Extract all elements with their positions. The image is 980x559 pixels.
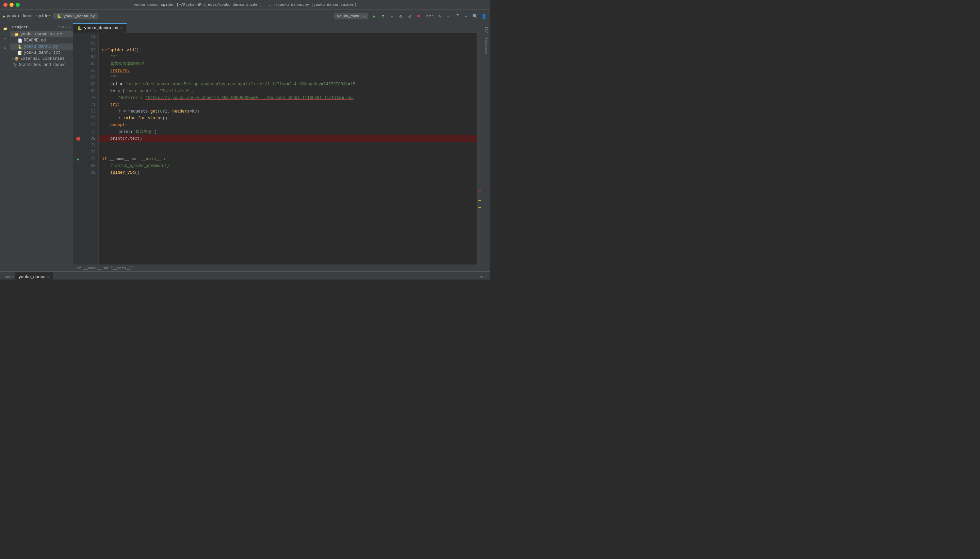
git-edit-icon[interactable]: ✎ (436, 13, 443, 20)
minimize-button[interactable] (10, 3, 13, 7)
git-undo-icon[interactable]: ↶ (463, 13, 469, 20)
ln-71: 71 (83, 101, 96, 108)
run-label: Run: (3, 275, 13, 279)
scrollbar-markers[interactable] (477, 33, 482, 265)
scv-panel-icon[interactable]: SCV (484, 25, 488, 35)
database-panel-icon[interactable]: Database (484, 35, 488, 56)
sidebar-header: Project − ⚙ ⊞ ✕ (10, 23, 73, 31)
sidebar-item-scratches[interactable]: 📎 Scratches and Conso (10, 62, 73, 68)
git-label: Git: (425, 14, 433, 18)
titlebar: youku_danmu_spider [~/PycharmProjects/yo… (0, 0, 490, 10)
code-73: r.raise_for_status() (102, 115, 167, 122)
code-line-63: def spider_vid(): (99, 47, 477, 54)
breadcrumb-filename: youku_danmu.py (63, 14, 95, 18)
breakpoint-76[interactable] (76, 137, 80, 141)
tab-youku-danmu-py[interactable]: 🐍 youku_danmu.py ✕ (73, 23, 127, 33)
gutter-81 (73, 169, 83, 176)
main-layout: 📁 ★ ≡ Project − ⚙ ⊞ ✕ ▾ 📂 youku_danmu_sp… (0, 23, 490, 271)
run-tab-youku-danmu[interactable]: youku_danmu ✕ (15, 272, 53, 280)
sidebar-header-icons: − ⚙ ⊞ ✕ (58, 25, 71, 30)
reload-button[interactable]: ↺ (406, 13, 413, 20)
code-line-77 (99, 142, 477, 149)
sidebar-py-label: youku_danmu.py (24, 44, 58, 49)
code-line-74: except: (99, 122, 477, 129)
sidebar-readme-label: README.md (24, 38, 46, 43)
docstring-close: """ (102, 74, 118, 81)
gutter-75 (73, 129, 83, 135)
breadcrumb-file[interactable]: 🐍 youku_danmu.py (53, 13, 98, 19)
sidebar-layout-icon[interactable]: ⊞ (65, 25, 67, 30)
stop-button[interactable]: ■ (415, 13, 422, 20)
code-line-81: spider_vid() (99, 169, 477, 176)
bottom-panel: Run: youku_danmu ✕ ⚙ − ▶ ■ ↓ 📌 ↩ 🗑 /usr/… (0, 271, 490, 280)
profile-button[interactable]: ◎ (398, 13, 404, 20)
sidebar-minimize-icon[interactable]: − (58, 25, 60, 30)
ln-81: 81 (83, 169, 96, 176)
traffic-lights (3, 3, 20, 7)
close-button[interactable] (3, 3, 7, 7)
run-tab-close-icon[interactable]: ✕ (47, 275, 49, 279)
build-button[interactable]: ⚙ (380, 13, 386, 20)
git-clock-icon[interactable]: ⏱ (454, 13, 461, 20)
run-minimize-icon[interactable]: − (485, 275, 487, 280)
tab-label: youku_danmu.py (84, 26, 118, 31)
paren: (): (134, 47, 141, 54)
code-line-61 (99, 33, 477, 40)
maximize-button[interactable] (16, 3, 20, 7)
gutter: ▶ (73, 33, 83, 265)
code-81: spider_vid() (102, 169, 139, 176)
gutter-67 (73, 74, 83, 81)
code-editor[interactable]: ▶ 61 62 63 64 65 66 67 68 69 70 71 72 73 (73, 33, 482, 265)
project-selector[interactable]: ▶ youku_danmu_spider (3, 13, 51, 19)
code-line-73: r.raise_for_status() (99, 115, 477, 122)
gutter-76 (73, 135, 83, 142)
code-line-76: print(r.text) (99, 135, 477, 142)
run-tab-label: youku_danmu (18, 275, 45, 280)
code-line-65: 爬取所有集数的id (99, 61, 477, 67)
ln-77: 77 (83, 142, 96, 149)
ln-66: 66 (83, 67, 96, 74)
project-icon[interactable]: 📁 (1, 25, 10, 33)
docstring-text-65: 爬取所有集数的id (102, 61, 144, 67)
favorites-icon[interactable]: ★ (1, 34, 10, 43)
code-content[interactable]: def spider_vid(): """ 爬取所有集数的id :return:… (99, 33, 477, 265)
ln-75: 75 (83, 129, 96, 135)
breadcrumb: if __name__ == '__main__' (73, 265, 482, 271)
code-line-67: """ (99, 74, 477, 81)
ln-67: 67 (83, 74, 96, 81)
ln-68: 68 (83, 81, 96, 88)
user-icon[interactable]: 👤 (481, 13, 487, 20)
code-68: url = 'https://acs.youku.com/h5/mtop.you… (102, 81, 358, 88)
tab-close-icon[interactable]: ✕ (121, 26, 123, 30)
gutter-80 (73, 162, 83, 169)
gutter-70 (73, 94, 83, 101)
sidebar-txt-label: youku_danmu.txt (24, 50, 61, 55)
run-config-selector[interactable]: youku_danmu ▾ (334, 13, 368, 19)
git-check-icon[interactable]: ✓ (445, 13, 452, 20)
warning-marker (478, 200, 481, 201)
code-line-62 (99, 40, 477, 47)
code-74: except: (102, 122, 127, 129)
run-button[interactable]: ▶ (371, 13, 378, 20)
sidebar-root-label: youku_danmu_spide (20, 32, 62, 37)
search-icon[interactable]: 🔍 (472, 13, 478, 20)
sidebar-item-root[interactable]: ▾ 📂 youku_danmu_spide (10, 31, 73, 37)
toolbar-run-buttons: ▶ ⚙ ☂ ◎ ↺ ■ (371, 13, 422, 20)
code-79: if __name__ == '__main__': (102, 156, 166, 162)
coverage-button[interactable]: ☂ (389, 13, 395, 20)
sidebar-item-readme[interactable]: 📄 README.md (10, 37, 73, 43)
run-config-name: youku_danmu (337, 14, 362, 18)
gutter-61 (73, 33, 83, 40)
run-settings-icon[interactable]: ⚙ (481, 275, 483, 280)
sidebar-item-ext-libs[interactable]: ▸ 📦 External Libraries (10, 56, 73, 62)
gutter-71 (73, 101, 83, 108)
code-line-70: 'Referer': 'https://v.youku.com/v_show/i… (99, 94, 477, 101)
run-panel-tabs: Run: youku_danmu ✕ ⚙ − (0, 272, 490, 280)
structure-icon[interactable]: ≡ (1, 43, 10, 52)
sidebar-close-icon[interactable]: ✕ (68, 25, 71, 30)
kw-def: def (102, 47, 109, 54)
sidebar-settings-icon[interactable]: ⚙ (61, 25, 64, 30)
sidebar-item-txt[interactable]: 📝 youku_danmu.txt (10, 50, 73, 56)
sidebar-item-main-py[interactable]: 🐍 youku_danmu.py (10, 43, 73, 50)
gutter-79: ▶ (73, 156, 83, 162)
